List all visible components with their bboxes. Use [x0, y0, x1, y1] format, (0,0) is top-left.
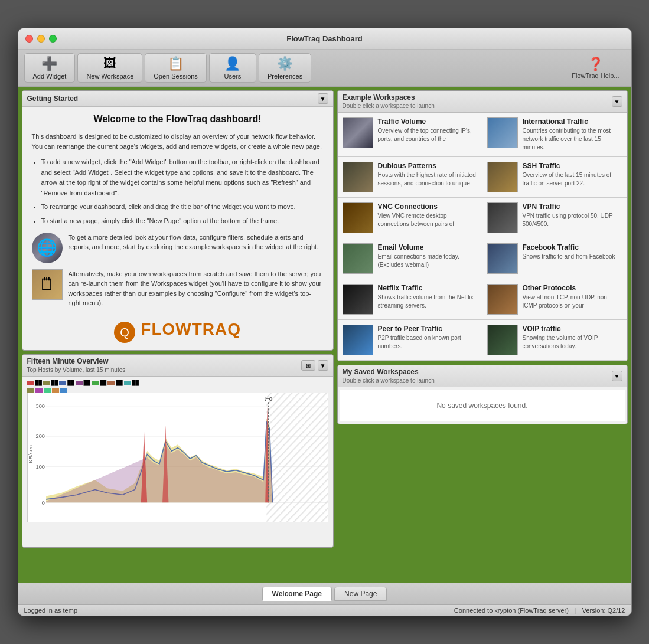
getting-started-heading: Welcome to the FlowTraq dashboard! [32, 114, 324, 125]
open-sessions-label: Open Sessions [154, 73, 198, 80]
workspace-traffic-volume[interactable]: Traffic Volume Overview of the top conne… [338, 113, 482, 157]
tip-icon-2: 🗒 [32, 269, 63, 300]
workspace-facebook[interactable]: Facebook Traffic Shows traffic to and fr… [482, 238, 627, 279]
saved-workspaces-header: My Saved Workspaces Double click a works… [338, 365, 627, 387]
saved-workspaces-widget: My Saved Workspaces Double click a works… [337, 365, 628, 424]
chart-grid-button[interactable]: ⊞ [301, 360, 315, 371]
workspace-dubious-patterns[interactable]: Dubious Patterns Hosts with the highest … [338, 157, 482, 198]
legend-item-1: ██ [27, 380, 42, 385]
example-workspaces-menu-button[interactable]: ▼ [612, 96, 622, 107]
legend-item-5: ██ [92, 380, 106, 385]
chart-second-legend-row [27, 388, 328, 393]
help-button[interactable]: ❓ FlowTraq Help... [566, 54, 625, 81]
workspace-info-vnc: VNC Connections View VNC remote desktop … [378, 202, 477, 233]
workspace-vnc[interactable]: VNC Connections View VNC remote desktop … [338, 198, 482, 238]
right-panel: Example Workspaces Double click a worksp… [337, 87, 631, 583]
legend-item-8 [27, 388, 34, 393]
new-page-tab[interactable]: New Page [334, 587, 387, 601]
tip-row-1: 🌐 To get a more detailed look at your fl… [32, 233, 324, 263]
workspace-info-netflix: Netflix Traffic Shows traffic volume fro… [378, 284, 477, 315]
chart-header-left: Fifteen Minute Overview Top Hosts by Vol… [27, 357, 126, 374]
help-icon: ❓ [588, 57, 604, 72]
svg-text:KB/sec: KB/sec [28, 445, 34, 463]
legend-item-9 [35, 388, 43, 393]
chart-svg: 300 200 100 0 KB/sec [28, 393, 328, 522]
workspace-name-p2p: Peer to Peer Traffic [378, 325, 477, 333]
legend-item-11 [52, 388, 59, 393]
users-button[interactable]: 👤 Users [209, 53, 256, 83]
workspace-thumb-traffic-volume [343, 117, 373, 148]
workspace-international-traffic[interactable]: International Traffic Countries contribu… [482, 113, 627, 157]
statusbar-connected: Connected to krypton (FlowTraq server) [454, 607, 569, 614]
legend-item-10 [44, 388, 51, 393]
example-workspaces-header: Example Workspaces Double click a worksp… [338, 91, 627, 113]
workspace-ssh-traffic[interactable]: SSH Traffic Overview of the last 15 minu… [482, 157, 627, 198]
chart-subtitle: Top Hosts by Volume, last 15 minutes [27, 367, 126, 373]
users-label: Users [224, 73, 242, 80]
toolbar: ➕ Add Widget 🖼 New Workspace 📋 Open Sess… [18, 50, 631, 87]
welcome-page-tab[interactable]: Welcome Page [262, 587, 332, 601]
workspace-info-dubious: Dubious Patterns Hosts with the highest … [378, 162, 477, 192]
chart-menu-button[interactable]: ▼ [318, 360, 328, 371]
workspace-thumb-intl [487, 117, 518, 148]
add-widget-button[interactable]: ➕ Add Widget [24, 53, 76, 83]
svg-text:0: 0 [41, 499, 44, 506]
workspace-voip[interactable]: VOIP traffic Showing the volume of VOIP … [482, 320, 627, 361]
legend-item-4: ██ [76, 380, 90, 385]
workspace-desc-vnc: View VNC remote desktop connections betw… [378, 212, 477, 228]
workspace-info-facebook: Facebook Traffic Shows traffic to and fr… [523, 243, 615, 274]
new-workspace-icon: 🖼 [103, 56, 116, 71]
left-panel: Getting Started ▼ Welcome to the FlowTra… [18, 87, 337, 583]
workspace-other[interactable]: Other Protocols View all non-TCP, non-UD… [482, 279, 627, 320]
tip-icon-1: 🌐 [32, 233, 63, 263]
zoom-button[interactable] [49, 35, 57, 43]
add-widget-icon: ➕ [41, 56, 57, 71]
getting-started-menu-button[interactable]: ▼ [318, 93, 328, 104]
workspace-info-traffic-volume: Traffic Volume Overview of the top conne… [378, 117, 477, 152]
users-icon: 👤 [224, 56, 240, 71]
bullet-2: To rearrange your dashboard, click and d… [41, 202, 324, 213]
workspace-info-vpn: VPN Traffic VPN traffic using protocol 5… [523, 202, 622, 233]
example-workspaces-header-left: Example Workspaces Double click a worksp… [343, 93, 435, 110]
getting-started-title: Getting Started [27, 94, 79, 103]
workspace-netflix[interactable]: Netflix Traffic Shows traffic volume fro… [338, 279, 482, 320]
legend-item-12 [60, 388, 67, 393]
workspace-desc-email: Email connections made today. (Excludes … [378, 253, 477, 269]
workspace-thumb-ssh [487, 162, 518, 192]
chart-header: Fifteen Minute Overview Top Hosts by Vol… [22, 355, 333, 377]
workspace-email[interactable]: Email Volume Email connections made toda… [338, 238, 482, 279]
example-workspaces-subtitle: Double click a workspace to launch [343, 103, 435, 109]
statusbar-right: Connected to krypton (FlowTraq server) |… [454, 607, 625, 614]
workspace-name-other: Other Protocols [523, 284, 622, 292]
preferences-button[interactable]: ⚙️ Preferences [259, 53, 311, 83]
tip-row-2: 🗒 Alternatively, make your own workspace… [32, 269, 324, 314]
minimize-button[interactable] [37, 35, 45, 43]
workspace-name-facebook: Facebook Traffic [523, 243, 615, 251]
workspace-desc-other: View all non-TCP, non-UDP, non-ICMP prot… [523, 293, 622, 310]
workspace-info-p2p: Peer to Peer Traffic P2P traffic based o… [378, 325, 477, 355]
tip-text-2: Alternatively, make your own workspaces … [69, 269, 324, 308]
new-workspace-button[interactable]: 🖼 New Workspace [77, 53, 142, 83]
add-widget-label: Add Widget [33, 73, 67, 80]
legend-item-2: ██ [43, 380, 58, 385]
bullet-1: To add a new widget, click the "Add Widg… [41, 157, 324, 198]
workspace-thumb-dubious [343, 162, 373, 192]
open-sessions-button[interactable]: 📋 Open Sessions [145, 53, 207, 83]
example-workspaces-title: Example Workspaces [343, 93, 415, 102]
workspace-desc-vpn: VPN traffic using protocol 50, UDP 500/4… [523, 212, 622, 228]
svg-text:200: 200 [35, 433, 45, 439]
saved-workspaces-menu-button[interactable]: ▼ [612, 371, 622, 381]
logo-text: FLOWTRAQ [141, 320, 241, 338]
workspace-name-vpn: VPN Traffic [523, 202, 622, 211]
help-label: FlowTraq Help... [572, 72, 619, 79]
main-window: FlowTraq Dashboard ➕ Add Widget 🖼 New Wo… [18, 28, 632, 616]
tip-text-1: To get a more detailed look at your flow… [69, 233, 324, 252]
no-saved-message: No saved workspaces found. [340, 390, 625, 421]
getting-started-header: Getting Started ▼ [22, 91, 333, 107]
statusbar-logged-in: Logged in as temp [24, 607, 454, 614]
getting-started-body: Welcome to the FlowTraq dashboard! This … [22, 107, 333, 350]
close-button[interactable] [25, 35, 33, 43]
workspace-vpn[interactable]: VPN Traffic VPN traffic using protocol 5… [482, 198, 627, 238]
workspace-p2p[interactable]: Peer to Peer Traffic P2P traffic based o… [338, 320, 482, 361]
workspace-thumb-vnc [343, 202, 373, 233]
